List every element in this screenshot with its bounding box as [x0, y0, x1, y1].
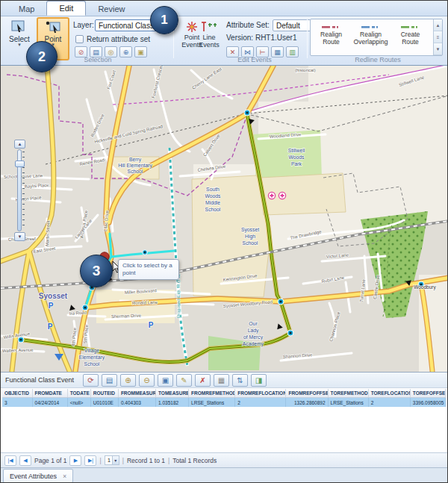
cell-fromdate[interactable]: 04/24/2014 — [32, 398, 67, 408]
refresh-icon[interactable]: ⟳ — [83, 374, 99, 387]
poi-label: Village — [84, 348, 100, 354]
line-events-button[interactable]: Line Events — [194, 18, 224, 57]
create-route-button[interactable]: Create Route — [391, 21, 429, 54]
open-window-icon[interactable]: ◨ — [251, 374, 267, 387]
column-header[interactable]: FROMMEASURE — [118, 389, 155, 398]
zoom-slider[interactable]: ▲ ▼ — [14, 140, 25, 241]
column-header[interactable]: FROMDATE — [32, 389, 67, 398]
record-range-label: Record 1 to 1 — [127, 457, 165, 464]
table-row-selected[interactable]: 3 04/24/2014 <null> U01010E 0.404303 1.0… — [2, 398, 446, 408]
cell-frommeasure[interactable]: 0.404303 — [118, 398, 155, 408]
map-viewport[interactable]: P P P Fox Court Foxhurst Crescent Cherry… — [1, 66, 448, 372]
cell-fromrefmethod[interactable]: LRSE_Stations — [189, 398, 235, 408]
cell-objectid[interactable]: 3 — [2, 398, 32, 408]
realign-overlapping-button[interactable]: Realign Overlapping — [352, 21, 390, 54]
return-attribute-set-checkbox[interactable] — [75, 35, 84, 43]
create-route-label: Create — [401, 31, 420, 38]
cell-tomeasure[interactable]: 1.035182 — [156, 398, 189, 408]
pager-separator: | — [99, 457, 101, 464]
table-header-row: OBJECTID FROMDATE TODATE ROUTEID FROMMEA… — [2, 389, 446, 398]
realign-overlapping-icon — [361, 24, 381, 31]
zoom-out-icon[interactable]: ▼ — [14, 232, 25, 241]
column-header[interactable]: TOREFMETHOD — [328, 389, 368, 398]
tab-review[interactable]: Review — [86, 2, 137, 16]
gallery-scroll-thumb[interactable]: ≡ — [434, 31, 442, 43]
cell-torefoffset[interactable]: 3396.0958005 — [410, 398, 445, 408]
delete-record-icon[interactable]: ✗ — [195, 374, 211, 387]
cell-todate[interactable]: <null> — [67, 398, 90, 408]
column-header[interactable]: FROMREFOFFSET — [286, 389, 328, 398]
column-header[interactable]: FROMREFLOCATION — [235, 389, 286, 398]
column-header[interactable]: TOMEASURE — [156, 389, 189, 398]
callout-step-1: 1 — [150, 6, 178, 34]
hospital-icon — [279, 192, 285, 199]
edit-record-icon[interactable]: ✎ — [176, 374, 192, 387]
poi-label: High — [245, 234, 255, 240]
cell-routeid[interactable]: U01010E — [90, 398, 118, 408]
attribute-set-label: Attribute Set: — [226, 21, 270, 29]
layer-label: Layer: — [73, 21, 94, 29]
cell-torefmethod[interactable]: LRSE_Stations — [328, 398, 368, 408]
gallery-scroll-down-icon[interactable]: ▼ — [434, 43, 442, 55]
prev-page-icon[interactable]: ◀ — [19, 455, 31, 466]
line-events-label: Line — [202, 34, 215, 41]
poi-label: Berry — [129, 157, 142, 163]
realign-route-button[interactable]: Realign Route — [312, 21, 350, 54]
realign-overlapping-label: Realign — [360, 31, 382, 38]
return-attribute-set-label: Return attribute set — [87, 35, 150, 43]
save-edits-icon[interactable]: ▣ — [158, 374, 173, 387]
street-label: (historical) — [295, 68, 316, 72]
zoom-in-icon[interactable]: ▲ — [14, 140, 25, 149]
column-header[interactable]: TOREFLOCATION — [368, 389, 410, 398]
cell-toreflocation[interactable]: 2 — [368, 398, 410, 408]
sort-records-icon[interactable]: ⇅ — [232, 374, 248, 387]
total-records-label: Total 1 Records — [172, 457, 217, 464]
table-toolbar: ⟳ ▤ ⊕ ⊖ ▣ ✎ ✗ ▦ ⇅ ◨ — [83, 374, 267, 387]
zoom-slider-handle[interactable] — [15, 161, 25, 167]
gallery-scrollbar[interactable]: ▲ ≡ ▼ — [433, 19, 442, 55]
next-page-icon[interactable]: ▶ — [69, 455, 81, 466]
attribute-table: OBJECTID FROMDATE TODATE ROUTEID FROMMEA… — [2, 389, 446, 407]
realign-route-label2: Route — [323, 38, 340, 46]
poi-label: Academy — [243, 341, 264, 347]
pan-to-record-icon[interactable]: ⊖ — [139, 374, 155, 387]
create-route-icon — [401, 24, 420, 31]
poi-label: School — [84, 361, 100, 367]
first-page-icon[interactable]: |◀ — [4, 455, 16, 466]
cell-fromreflocation[interactable]: 2 — [235, 398, 286, 408]
zoom-to-record-icon[interactable]: ⊕ — [120, 374, 136, 387]
cell-fromrefoffset[interactable]: 1326.2860892 — [286, 398, 328, 408]
poi-label: Stillwell — [288, 148, 305, 153]
attribute-list-icon[interactable]: ▤ — [102, 374, 117, 387]
poi-label: School — [128, 169, 143, 174]
tab-edit[interactable]: Edit — [46, 1, 86, 16]
column-header[interactable]: ROUTEID — [90, 389, 118, 398]
callout-step-3: 3 — [80, 255, 113, 287]
close-tab-icon[interactable]: × — [63, 473, 66, 480]
tab-event-attributes[interactable]: Event Attributes × — [3, 469, 73, 483]
page-select-caret-icon[interactable]: ▾ — [112, 456, 119, 464]
column-header[interactable]: TOREFOFFSET — [410, 389, 445, 398]
event-attributes-panel: Functional Class Event ⟳ ▤ ⊕ ⊖ ▣ ✎ ✗ ▦ ⇅… — [1, 372, 448, 467]
page-select[interactable]: 1 ▾ — [105, 455, 119, 465]
map-canvas[interactable]: P P P Fox Court Foxhurst Crescent Cherry… — [1, 66, 448, 372]
pager-separator: | — [122, 457, 124, 464]
gallery-scroll-up-icon[interactable]: ▲ — [434, 19, 442, 31]
tab-map[interactable]: Map — [7, 2, 46, 16]
redline-routes-group-label: Redline Routes — [329, 56, 426, 63]
point-tool-icon — [45, 20, 61, 35]
selection-group-label: Selection — [53, 56, 143, 63]
select-caret-icon[interactable]: ▾ — [18, 43, 21, 46]
column-header[interactable]: TODATE — [67, 389, 90, 398]
street-label: Ronald Lane — [132, 300, 158, 305]
last-page-icon[interactable]: ▶| — [84, 455, 96, 466]
toggle-view-icon[interactable]: ▦ — [214, 374, 229, 387]
poi-label: School — [205, 207, 221, 212]
route-point-marker — [278, 299, 284, 305]
select-tool-icon — [11, 20, 28, 35]
poi-label: South — [206, 187, 220, 192]
column-header[interactable]: OBJECTID — [2, 389, 32, 398]
poi-label: Woods — [205, 193, 221, 199]
column-header[interactable]: FROMREFMETHOD — [189, 389, 235, 398]
table-pager: |◀ ◀ Page 1 of 1 ▶ ▶| | 1 ▾ | Record 1 t… — [1, 452, 448, 467]
